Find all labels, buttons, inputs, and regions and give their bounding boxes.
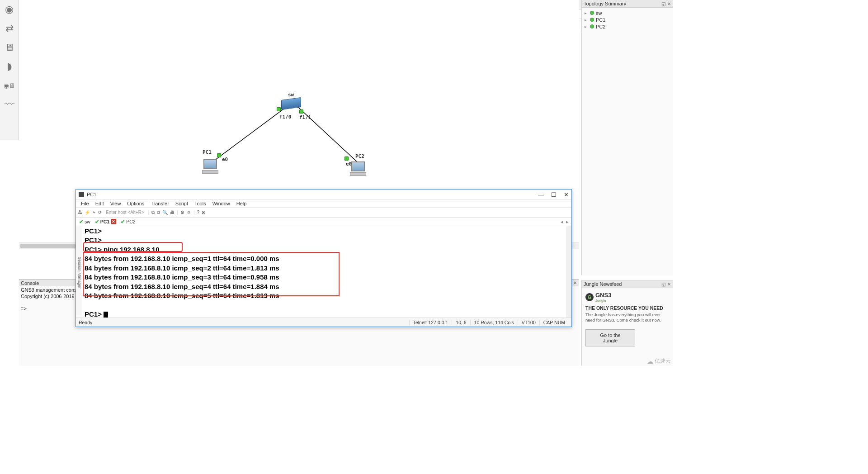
tab-pc1[interactable]: ✔PC1✕ [93,219,118,224]
news-cta-button[interactable]: Go to the Jungle [585,329,635,346]
term-menu-options[interactable]: Options [124,201,147,206]
term-menu-help[interactable]: Help [233,201,250,206]
link-status-dot [277,107,281,111]
term-tool-help[interactable]: ? [197,210,200,215]
link-tool[interactable]: 〰 [2,97,17,112]
link-status-dot [344,156,349,161]
news-headline: THE ONLY RESOURCE YOU NEED [585,305,669,311]
news-title: Jungle Newsfeed ◱✕ [582,280,673,288]
term-tool-print[interactable]: 🖶 [170,210,175,215]
term-menu-file[interactable]: File [78,201,92,206]
status-emu: VT100 [518,320,539,325]
terminal-menubar: File Edit View Options Transfer Script T… [76,199,571,208]
cursor [104,312,108,318]
term-tool-session[interactable]: ⛭ [187,210,191,215]
status-connection: Telnet: 127.0.0.1 [409,320,452,325]
news-blurb: The Jungle has everything you will ever … [585,312,669,323]
link-status-dot [299,109,303,114]
tab-close-icon[interactable]: ✕ [111,219,116,224]
term-tool-quick[interactable]: ⚡ [85,210,90,215]
term-tool-x[interactable]: ⊠ [202,210,205,215]
term-tool-options[interactable]: ⚙ [180,210,184,215]
status-pos: 10, 6 [452,320,470,325]
svg-line-0 [216,104,290,159]
tree-item-sw[interactable]: ▸sw [585,9,670,16]
news-brand-sub: Jungle [595,299,611,303]
term-tool-reconn[interactable]: ⟳ [98,210,102,215]
panel-undock[interactable]: ◱ [661,1,665,6]
pc2-node[interactable] [350,161,366,177]
term-menu-edit[interactable]: Edit [92,201,107,206]
switch-label: sw [288,92,294,98]
switch-category[interactable]: ⇄ [2,21,17,36]
tree-item-pc2[interactable]: ▸PC2 [585,23,670,30]
terminal-scrollbar[interactable] [566,226,571,318]
terminal-statusbar: Ready Telnet: 127.0.0.1 10, 6 10 Rows, 1… [76,318,571,327]
pc1-node[interactable] [202,159,218,175]
terminal-title: PC1 [87,192,96,197]
term-host-hint[interactable]: Enter host <Alt+R> [104,210,146,215]
device-toolbar: ◉ ⇄ 🖥 ◗ ◉🖥 〰 [0,0,19,140]
panel-close[interactable]: ✕ [573,280,577,285]
svg-line-1 [296,105,357,162]
term-menu-window[interactable]: Window [209,201,233,206]
term-tool-find[interactable]: 🔍 [162,210,168,215]
news-panel: Jungle Newsfeed ◱✕ G GNS3Jungle THE ONLY… [581,280,673,366]
terminal-icon [79,192,84,197]
panel-undock[interactable]: ◱ [661,282,665,287]
panel-close[interactable]: ✕ [667,1,671,6]
terminal-toolbar: 🖧 ⚡ ⤷ ⟳ Enter host <Alt+R> | ⧉ ⧉ 🔍 🖶 | ⚙… [76,208,571,218]
node-tree[interactable]: ▸sw ▸PC1 ▸PC2 [582,8,673,32]
terminal-titlebar[interactable]: PC1 — ☐ ✕ [76,190,571,199]
term-tool-paste[interactable]: ⧉ [157,210,160,215]
pc2-label: PC2 [355,153,364,159]
port-f10-label: f1/0 [279,114,292,120]
end-device-category[interactable]: 🖥 [2,40,17,55]
status-size: 10 Rows, 114 Cols [470,320,518,325]
terminal-tabs: ✔sw ✔PC1✕ ✔PC2 ◂▸ [76,218,571,226]
term-menu-view[interactable]: View [107,201,124,206]
tree-item-pc1[interactable]: ▸PC1 [585,16,670,23]
term-menu-transfer[interactable]: Transfer [147,201,172,206]
panel-close[interactable]: ✕ [667,282,671,287]
term-tool-disc[interactable]: ⤷ [92,210,96,215]
tab-prev[interactable]: ◂ [561,219,563,224]
gns3-logo-icon: G [585,293,594,301]
status-caps: CAP NUM [539,320,569,325]
annotation-box-output [83,252,340,296]
security-category[interactable]: ◗ [2,59,17,74]
term-menu-script[interactable]: Script [172,201,191,206]
tab-sw[interactable]: ✔sw [77,219,93,224]
annotation-box-command [83,242,183,252]
term-menu-tools[interactable]: Tools [191,201,209,206]
session-manager-tab[interactable]: Session Manager [76,226,82,318]
pc1-label: PC1 [203,149,212,155]
topology-summary-panel: Topology Summary ◱✕ ▸sw ▸PC1 ▸PC2 [581,0,673,275]
router-category[interactable]: ◉ [2,2,17,17]
term-close-button[interactable]: ✕ [564,191,569,198]
status-ready: Ready [79,320,92,325]
all-devices[interactable]: ◉🖥 [2,78,17,93]
pc2-port-label: e0 [346,161,352,167]
term-tool-connect[interactable]: 🖧 [78,210,82,215]
link-status-dot [217,153,221,157]
news-brand: GNS3 [595,292,611,299]
tab-next[interactable]: ▸ [566,219,569,224]
pc1-port-label: e0 [222,156,228,162]
port-f11-label: f1/1 [299,114,311,120]
term-tool-copy[interactable]: ⧉ [151,210,155,215]
terminal-window: PC1 — ☐ ✕ File Edit View Options Transfe… [75,189,572,327]
watermark: ☁亿速云 [647,357,671,365]
switch-node[interactable] [281,97,301,110]
term-max-button[interactable]: ☐ [551,191,557,198]
tab-pc2[interactable]: ✔PC2 [118,219,137,224]
term-min-button[interactable]: — [538,191,544,198]
topology-summary-title: Topology Summary ◱✕ [582,0,673,8]
